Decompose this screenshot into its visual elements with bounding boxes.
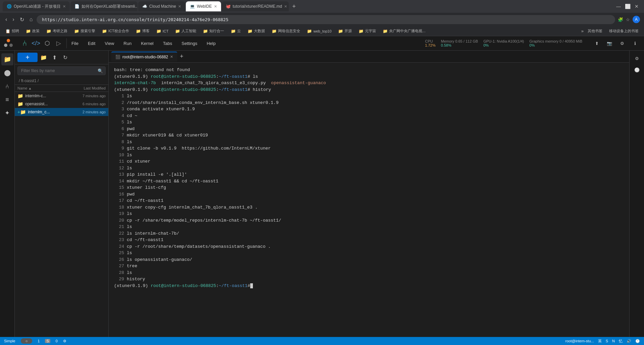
run-icon-btn[interactable]: ▷ bbox=[54, 38, 64, 48]
info-icon-btn[interactable]: ℹ bbox=[630, 38, 640, 48]
bookmark-webtop[interactable]: 📁web_top10 bbox=[304, 28, 334, 34]
file-panel: + 📁 ⬆ ↻ 🔍 / ft-oasst1 / Name ▲ Last Modi… bbox=[15, 51, 109, 337]
terminal-line: 24cp -r /root/share/temp/datasets/openas… bbox=[114, 243, 624, 250]
bookmark-policy[interactable]: 📁政策 bbox=[23, 28, 42, 34]
sidebar-commands-btn[interactable]: ≡ bbox=[1, 94, 13, 106]
menu-view[interactable]: View bbox=[100, 38, 119, 49]
menu-file[interactable]: File bbox=[67, 38, 83, 49]
terminal-line: (xtuner0.1.9) root@intern-studio-068825:… bbox=[114, 87, 624, 93]
bookmark-opensource[interactable]: 📁开源 bbox=[335, 28, 355, 34]
right-info-icon[interactable]: ⚪ bbox=[632, 65, 642, 75]
bookmark-zhixing[interactable]: 📁知行合一 bbox=[200, 28, 227, 34]
file-item-internlm-chat[interactable]: 📁 internlm-c... 7 minutes ago bbox=[15, 92, 108, 100]
column-modified-header[interactable]: Last Modified bbox=[65, 86, 106, 90]
maximize-icon[interactable]: ⬜ bbox=[625, 4, 631, 9]
url-input[interactable] bbox=[37, 15, 615, 24]
bookmark-ai[interactable]: 📁人工智能 bbox=[172, 28, 199, 34]
tab-close-readme[interactable]: ✕ bbox=[284, 4, 287, 9]
home-button[interactable]: ⌂ bbox=[28, 15, 34, 24]
settings-icon-btn[interactable]: ⚙ bbox=[617, 38, 627, 48]
bookmark-mobile[interactable]: 移动设备上的书签 bbox=[606, 28, 641, 34]
bookmark-recruit[interactable]: 📋招聘 bbox=[3, 28, 22, 34]
bookmark-cloud[interactable]: 📁云 bbox=[228, 28, 244, 34]
sidebar-files-btn[interactable]: 📁 bbox=[1, 53, 13, 65]
bookmark-ict[interactable]: 📁ICT校企合作 bbox=[99, 28, 132, 34]
status-extra4: 🔊 bbox=[627, 339, 631, 343]
terminal-line: 3conda activate xtuner0.1.9 bbox=[114, 106, 624, 113]
tab-icon: 🐙 bbox=[226, 4, 231, 9]
bookmark-research[interactable]: 📁考研之路 bbox=[44, 28, 70, 34]
menu-help[interactable]: Help bbox=[202, 38, 220, 49]
upload-button[interactable]: ⬆ bbox=[50, 53, 59, 62]
bookmark-security[interactable]: 📁网络信息安全 bbox=[269, 28, 303, 34]
gpu-memory-monitor: Graphics memory 0 / 40950 MiB 0% bbox=[529, 39, 582, 47]
back-button[interactable]: ‹ bbox=[4, 15, 8, 24]
bookmark-bigdata[interactable]: 📁大数据 bbox=[245, 28, 268, 34]
sidebar-icon-panel: 📁 ⬤ ⑃ ≡ ✦ bbox=[0, 51, 15, 337]
bookmark-other[interactable]: 其他书签 bbox=[585, 28, 605, 34]
address-bar-actions: 🧩 ☆ A bbox=[618, 16, 640, 23]
profile-icon[interactable]: A bbox=[633, 16, 640, 23]
tab-webide[interactable]: 💻 WebIDE ✕ bbox=[186, 1, 221, 11]
refresh-button[interactable]: ↻ bbox=[60, 53, 70, 62]
terminal-line: 29history bbox=[114, 276, 624, 283]
bookmark-blog[interactable]: 📁博客 bbox=[133, 28, 152, 34]
debug-icon-btn[interactable]: ⬡ bbox=[42, 38, 52, 48]
status-extra3: 忆 bbox=[619, 339, 623, 344]
new-file-button[interactable]: + bbox=[17, 53, 38, 62]
bookmarks-overflow[interactable]: » bbox=[581, 28, 584, 34]
menu-kernel[interactable]: Kernel bbox=[136, 38, 158, 49]
terminal-content[interactable]: bash: tree: command not found (xtuner0.1… bbox=[109, 63, 629, 337]
sidebar-extensions-btn[interactable]: ✦ bbox=[1, 107, 13, 119]
forward-button[interactable]: › bbox=[11, 15, 15, 24]
new-terminal-button[interactable]: + bbox=[178, 53, 185, 60]
tab-openxlab[interactable]: 🌐 OpenXLab浦源 - 开放项目 ✕ bbox=[3, 1, 70, 11]
address-bar: ‹ › ↻ ⌂ 🧩 ☆ A bbox=[0, 13, 644, 26]
bookmark-ict2[interactable]: 📁ICT bbox=[154, 28, 171, 34]
tab-streamlit[interactable]: 📄 如何在OpenXLab部署streamli... ✕ bbox=[70, 1, 138, 11]
status-right: root@intern-stu... 英 S N 忆 🔊 🕐 bbox=[566, 339, 640, 344]
tab-close-cloud[interactable]: ✕ bbox=[178, 4, 181, 9]
tab-close-webide[interactable]: ✕ bbox=[214, 4, 217, 9]
right-settings-icon[interactable]: ⚙ bbox=[632, 53, 642, 63]
terminal-tab[interactable]: ⬛ root@intern-studio-06882 ✕ bbox=[111, 52, 177, 62]
mode-toggle[interactable]: ○ bbox=[21, 338, 33, 344]
code-icon-btn[interactable]: </> bbox=[31, 38, 41, 48]
terminal-line: 5ls bbox=[114, 119, 624, 126]
menu-settings[interactable]: Settings bbox=[177, 38, 202, 49]
column-name-header[interactable]: Name ▲ bbox=[17, 86, 65, 90]
menu-run[interactable]: Run bbox=[119, 38, 136, 49]
sidebar-running-btn[interactable]: ⬤ bbox=[1, 67, 13, 79]
bookmark-broadcast[interactable]: 📁央广网中央广播电视... bbox=[380, 28, 428, 34]
menu-tabs[interactable]: Tabs bbox=[158, 38, 177, 49]
bookmark-icon[interactable]: ☆ bbox=[626, 17, 630, 22]
file-item-internlm-selected[interactable]: +📁 internlm_c... 2 minutes ago bbox=[15, 108, 108, 116]
extensions-icon[interactable]: 🧩 bbox=[618, 17, 623, 22]
search-icon-wrap: 🔍 bbox=[17, 66, 106, 75]
menu-edit[interactable]: Edit bbox=[83, 38, 100, 49]
sidebar-git-btn[interactable]: ⑃ bbox=[1, 80, 13, 92]
upload-icon-btn[interactable]: ⬆ bbox=[592, 38, 602, 48]
tab-title: 如何在OpenXLab部署streamli... bbox=[82, 4, 138, 9]
minimize-icon[interactable]: — bbox=[616, 4, 621, 9]
search-input[interactable] bbox=[17, 66, 106, 75]
tab-close-openxlab[interactable]: ✕ bbox=[63, 4, 66, 9]
tab-cloud[interactable]: ☁️ Cloud Machine ✕ bbox=[138, 1, 185, 11]
bookmark-meta[interactable]: 📁元宇宙 bbox=[356, 28, 379, 34]
git-icon-btn[interactable]: ⑃ bbox=[19, 38, 30, 48]
close-icon[interactable]: ✕ bbox=[635, 4, 639, 9]
bookmark-search[interactable]: 📁搜索引擎 bbox=[71, 28, 98, 34]
new-folder-button[interactable]: 📁 bbox=[39, 53, 48, 62]
terminal-tab-label: root@intern-studio-06882 bbox=[122, 55, 168, 59]
status-gear-icon[interactable]: ⚙ bbox=[63, 339, 66, 343]
terminal-tab-close[interactable]: ✕ bbox=[170, 55, 173, 59]
folder-icon: 📁 bbox=[17, 93, 23, 99]
terminal-line: 10ls bbox=[114, 152, 624, 159]
file-item-openassist[interactable]: 📁 openassist... 6 minutes ago bbox=[15, 100, 108, 108]
terminal-prompt-line: (xtuner0.1.9) root@intern-studio-068825:… bbox=[114, 283, 624, 289]
app-menus: File Edit View Run Kernel Tabs Settings … bbox=[67, 38, 420, 49]
camera-icon-btn[interactable]: 📷 bbox=[604, 38, 614, 48]
reload-button[interactable]: ↻ bbox=[18, 15, 25, 24]
new-tab-button[interactable]: + bbox=[289, 2, 299, 11]
tab-readme[interactable]: 🐙 tutorial/xtuner/README.md ✕ bbox=[222, 1, 289, 11]
